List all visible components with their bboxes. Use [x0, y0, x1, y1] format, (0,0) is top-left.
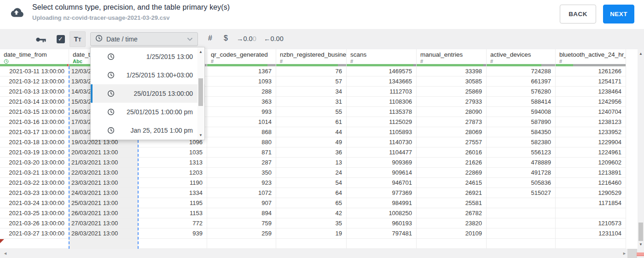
table-cell: 27933	[417, 97, 487, 107]
table-row: 2021-03-22 13:00:0023/03/2021 13:0011909…	[0, 178, 638, 188]
column-header-scans[interactable]: scans#	[347, 49, 417, 66]
next-button[interactable]: NEXT	[603, 5, 634, 23]
column-header-qr_codes_generated[interactable]: qr_codes_generated#	[207, 49, 276, 66]
table-row: 2021-03-21 13:00:0022/03/2021 13:0012033…	[0, 168, 638, 178]
table-cell: 1210573	[556, 218, 626, 229]
table-cell: 977369	[347, 188, 417, 198]
scroll-left-icon[interactable]	[3, 251, 7, 256]
vertical-scrollbar[interactable]	[638, 49, 644, 249]
table-cell: 1290529	[556, 188, 626, 198]
table-cell: 1014	[207, 117, 276, 127]
menu-item-label: 25/01/2015 1:00:00 pm	[115, 108, 193, 116]
table-cell: 515027	[487, 188, 556, 198]
table-cell: 23820	[417, 218, 487, 229]
table-cell: 288	[207, 87, 276, 97]
column-header-bluetooth_active_24_hr_[interactable]: bluetooth_active_24_hr_#	[556, 49, 626, 66]
menu-item-datetime-format[interactable]: Jan 25, 2015 1:00 pm	[91, 121, 204, 140]
table-cell: 576280	[487, 87, 556, 97]
menu-scroll-up-icon[interactable]	[197, 50, 204, 54]
table-cell: 28/03/2021 13:00	[69, 229, 138, 239]
table-row: 2021-03-24 13:00:0025/03/2021 13:0011959…	[0, 198, 638, 208]
menu-item-datetime-format[interactable]: 1/25/2015 13:00	[91, 47, 204, 66]
table-cell: 2021-03-12 13:00:00	[0, 76, 69, 87]
table-cell: 907	[207, 198, 276, 208]
column-type-indicator: #	[276, 58, 346, 64]
table-cell: 797481	[347, 229, 417, 239]
menu-scroll-thumb[interactable]	[198, 78, 203, 106]
menu-scroll-down-icon[interactable]	[197, 133, 204, 137]
table-cell: 939	[138, 229, 207, 239]
table-cell: 1140730	[347, 137, 417, 147]
table-cell: 772	[138, 218, 207, 229]
table-cell: 587890	[487, 117, 556, 127]
table-row: 2021-03-23 13:00:0024/03/2021 13:0013341…	[0, 188, 638, 198]
menu-item-datetime-format[interactable]: 25/01/2015 13:00:00	[91, 84, 204, 103]
table-cell: 1153	[138, 208, 207, 218]
table-cell: 1112703	[347, 87, 417, 97]
type-select-value: Date / time	[106, 35, 183, 43]
table-cell: 61	[276, 117, 347, 127]
include-column-checkbox[interactable]	[57, 35, 65, 43]
table-cell: 960193	[347, 218, 417, 229]
horizontal-scroll-thumb[interactable]	[637, 252, 644, 256]
table-cell: 2021-03-26 13:00:00	[0, 218, 69, 229]
table-cell: 909369	[347, 158, 417, 168]
scroll-up-icon[interactable]	[638, 52, 644, 56]
table-cell: 1104477	[347, 147, 417, 158]
horizontal-scrollbar[interactable]	[0, 249, 644, 258]
scroll-down-icon[interactable]	[638, 242, 644, 246]
decrease-precision-button[interactable]: ←0.00	[264, 35, 284, 42]
table-cell: 30585	[417, 76, 487, 87]
table-cell: 1242956	[556, 97, 626, 107]
table-cell: 661397	[487, 76, 556, 87]
table-cell: 1240704	[556, 107, 626, 117]
table-cell: 946701	[347, 178, 417, 188]
clock-icon	[107, 108, 115, 116]
table-cell: 984991	[347, 198, 417, 208]
table-cell: 1035	[138, 147, 207, 158]
table-cell: 25581	[417, 198, 487, 208]
table-cell: 556123	[487, 147, 556, 158]
increase-precision-button[interactable]: →0.00	[237, 35, 256, 42]
table-cell: 1203	[138, 168, 207, 178]
table-cell	[69, 239, 138, 249]
table-cell: 25869	[417, 87, 487, 97]
column-header-date_time_from[interactable]: date_time_from	[0, 49, 69, 66]
column-header-nzbn_registered_busine[interactable]: nzbn_registered_busine#	[276, 49, 347, 66]
table-cell: 1334	[138, 188, 207, 198]
table-cell: 25/03/2021 13:00	[69, 198, 138, 208]
table-cell: 582380	[487, 137, 556, 147]
table-cell	[556, 239, 626, 249]
column-header-manual_entries[interactable]: manual_entries#	[417, 49, 487, 66]
table-cell: 724288	[487, 66, 556, 76]
text-type-button[interactable]: TT	[70, 31, 86, 47]
column-header-active_devices[interactable]: active_devices#	[487, 49, 556, 66]
scroll-right-icon[interactable]	[622, 251, 627, 256]
table-cell	[0, 239, 69, 249]
text-type-label-small: T	[78, 37, 81, 42]
column-name: date_time_from	[0, 49, 69, 58]
menu-scrollbar[interactable]	[197, 48, 204, 139]
page-title: Select columns type, precision, and the …	[32, 3, 230, 12]
table-cell: 1108306	[347, 97, 417, 107]
clock-icon	[95, 35, 103, 44]
column-type-select[interactable]: Date / time	[90, 32, 198, 46]
number-type-button[interactable]: #	[208, 34, 212, 42]
table-cell	[138, 239, 207, 249]
menu-item-datetime-format[interactable]: 25/01/2015 1:00:00 pm	[91, 103, 204, 121]
table-cell: 1171854	[556, 198, 626, 208]
table-cell: 1254171	[556, 76, 626, 87]
table-cell: 1195	[138, 198, 207, 208]
table-cell: 588414	[487, 97, 556, 107]
table-cell: 36	[276, 147, 347, 158]
vertical-scroll-thumb[interactable]	[638, 223, 643, 241]
table-cell: 2021-03-15 13:00:00	[0, 107, 69, 117]
currency-type-button[interactable]: $	[224, 34, 228, 42]
back-button[interactable]: BACK	[560, 5, 596, 23]
primary-key-icon[interactable]	[36, 36, 46, 45]
table-cell	[487, 218, 556, 229]
column-type-indicator: #	[487, 58, 555, 64]
menu-item-datetime-format[interactable]: 1/25/2015 13:00+03:00	[91, 66, 204, 84]
table-cell: 27873	[417, 117, 487, 127]
table-cell: 42	[276, 208, 347, 218]
